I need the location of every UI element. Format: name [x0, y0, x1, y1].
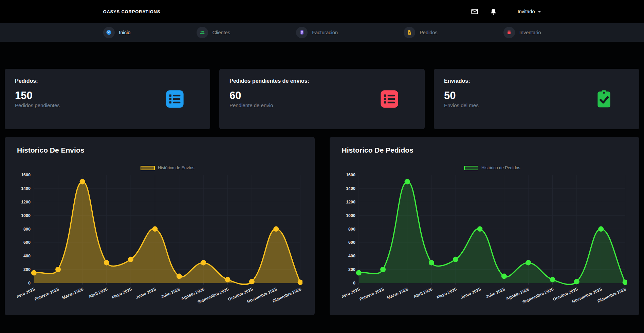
svg-text:0: 0	[28, 281, 31, 286]
invoice-icon	[296, 27, 308, 38]
svg-text:1000: 1000	[21, 213, 31, 218]
mail-icon[interactable]	[471, 8, 478, 15]
gauge-icon	[103, 27, 115, 38]
svg-text:Junio 2025: Junio 2025	[135, 287, 157, 300]
stat-subtitle: Pedidos pendientes	[15, 102, 60, 108]
line-chart-pedidos[interactable]: 02004006008001000120014001600Enero 2025F…	[342, 171, 627, 307]
legend-label: Histórico de Envíos	[158, 165, 195, 170]
svg-text:0: 0	[353, 281, 355, 286]
stat-title: Pedidos:	[15, 78, 200, 84]
svg-text:400: 400	[23, 254, 31, 258]
svg-text:400: 400	[348, 254, 355, 258]
svg-text:Julio 2025: Julio 2025	[160, 287, 181, 299]
stat-value: 50	[444, 90, 479, 101]
svg-text:1200: 1200	[346, 200, 355, 204]
svg-text:800: 800	[23, 227, 31, 232]
main-content: Pedidos: 150 Pedidos pendientes	[0, 42, 644, 315]
database-icon	[503, 27, 515, 38]
svg-text:1200: 1200	[21, 200, 31, 204]
svg-text:Marzo 2025: Marzo 2025	[386, 287, 409, 300]
stats-row: Pedidos: 150 Pedidos pendientes	[5, 69, 639, 129]
svg-text:800: 800	[348, 227, 355, 232]
stat-subtitle: Envios del mes	[444, 102, 479, 108]
legend-label: Histórico de Pedidos	[481, 165, 520, 170]
legend-swatch	[464, 166, 478, 170]
legend-pedidos[interactable]: Histórico de Pedidos	[342, 165, 627, 170]
nav-item-clientes[interactable]: Clientes	[197, 27, 230, 38]
svg-text:1400: 1400	[21, 186, 31, 191]
stat-value: 150	[15, 90, 60, 101]
svg-text:600: 600	[348, 240, 355, 245]
svg-text:1600: 1600	[21, 173, 31, 177]
nav-item-inicio[interactable]: Inicio	[103, 27, 131, 38]
svg-text:Abril 2025: Abril 2025	[412, 287, 433, 299]
stat-value: 60	[229, 90, 273, 101]
nav-label: Clientes	[213, 30, 230, 35]
stat-card-pedidos: Pedidos: 150 Pedidos pendientes	[5, 69, 210, 129]
svg-text:200: 200	[23, 267, 31, 272]
svg-text:1600: 1600	[346, 173, 355, 177]
nav-label: Inventario	[519, 30, 541, 35]
main-nav: Inicio Clientes	[0, 23, 644, 42]
svg-text:Febrero 2025: Febrero 2025	[34, 287, 60, 301]
stat-card-pendientes: Pedidos pendientes de envios: 60 Pendien…	[219, 69, 425, 129]
svg-text:Mayo 2025: Mayo 2025	[111, 287, 132, 299]
top-header: OASYS CORPORATIONS Invitado	[0, 0, 644, 23]
file-icon	[404, 27, 415, 38]
svg-text:600: 600	[23, 240, 31, 245]
user-name: Invitado	[518, 9, 535, 14]
nav-label: Facturación	[312, 30, 338, 35]
chevron-down-icon	[538, 11, 541, 13]
nav-label: Pedidos	[420, 30, 437, 35]
nav-label: Inicio	[119, 30, 131, 35]
brand-title: OASYS CORPORATIONS	[103, 9, 161, 14]
svg-text:1400: 1400	[346, 186, 355, 191]
svg-text:Febrero 2025: Febrero 2025	[358, 287, 385, 301]
svg-text:1000: 1000	[346, 213, 355, 218]
user-dropdown[interactable]: Invitado	[518, 9, 541, 14]
line-chart-envios[interactable]: 02004006008001000120014001600Enero 2025F…	[17, 171, 302, 307]
svg-text:Mayo 2025: Mayo 2025	[436, 287, 457, 299]
nav-item-facturacion[interactable]: Facturación	[296, 27, 338, 38]
stat-subtitle: Pendiente de envio	[229, 102, 273, 108]
users-icon	[197, 27, 208, 38]
nav-item-inventario[interactable]: Inventario	[503, 27, 541, 38]
charts-row: Historico De Envios Histórico de Envíos …	[5, 137, 639, 315]
list-icon	[165, 90, 184, 109]
legend-swatch	[141, 166, 155, 170]
chart-title: Historico De Pedidos	[342, 146, 627, 154]
bell-icon[interactable]	[490, 8, 497, 15]
svg-text:Junio 2025: Junio 2025	[460, 287, 482, 300]
svg-text:Enero 2025: Enero 2025	[17, 287, 36, 300]
legend-envios[interactable]: Histórico de Envíos	[17, 165, 302, 170]
stat-title: Enviados:	[444, 78, 629, 84]
svg-text:Enero 2025: Enero 2025	[342, 287, 361, 300]
svg-text:200: 200	[348, 267, 355, 272]
nav-item-pedidos[interactable]: Pedidos	[404, 27, 437, 38]
stat-title: Pedidos pendientes de envios:	[229, 78, 415, 84]
chart-card-envios: Historico De Envios Histórico de Envíos …	[5, 137, 315, 315]
stat-card-enviados: Enviados: 50 Envios del mes	[434, 69, 639, 129]
clipboard-check-icon	[594, 90, 613, 109]
chart-title: Historico De Envios	[17, 146, 302, 154]
svg-text:Marzo 2025: Marzo 2025	[61, 287, 84, 300]
list-icon	[380, 90, 399, 109]
chart-card-pedidos: Historico De Pedidos Histórico de Pedido…	[330, 137, 640, 315]
svg-text:Abril 2025: Abril 2025	[88, 287, 108, 299]
svg-text:Julio 2025: Julio 2025	[485, 287, 506, 299]
